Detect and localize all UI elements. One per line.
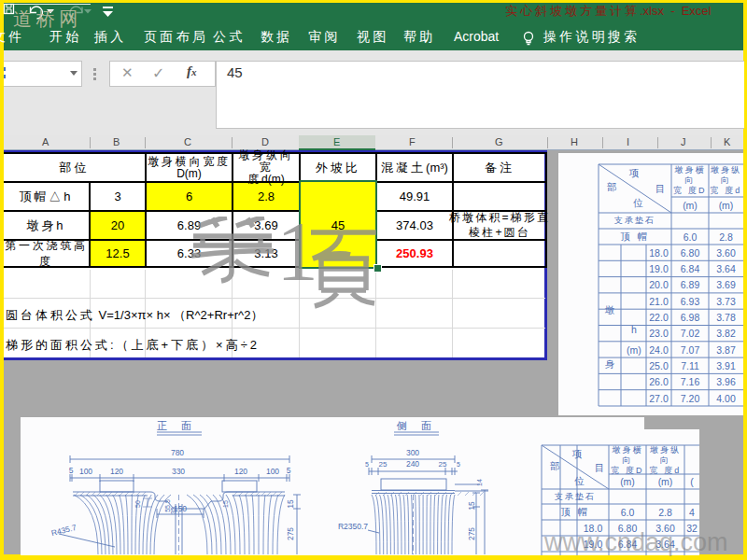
- svg-text:25: 25: [439, 460, 447, 469]
- svg-text:100: 100: [266, 467, 279, 476]
- svg-text:侧 面: 侧 面: [396, 420, 437, 431]
- svg-text:35: 35: [170, 507, 176, 514]
- svg-text:14: 14: [476, 479, 483, 486]
- svg-text:780: 780: [171, 448, 184, 457]
- svg-text:1: 1: [276, 217, 318, 298]
- svg-text:275: 275: [467, 527, 476, 540]
- svg-text:5: 5: [69, 466, 74, 475]
- svg-text:15: 15: [222, 500, 229, 508]
- svg-text:275: 275: [286, 527, 295, 540]
- svg-text:15: 15: [467, 501, 476, 511]
- svg-text:R435.7: R435.7: [50, 523, 78, 538]
- svg-text:正 面: 正 面: [157, 420, 197, 431]
- svg-text:240: 240: [406, 459, 419, 469]
- svg-text:120: 120: [110, 467, 123, 476]
- svg-text:R2350.7: R2350.7: [338, 522, 368, 531]
- svg-text:120: 120: [234, 467, 247, 476]
- svg-text:5: 5: [287, 466, 291, 475]
- svg-text:330: 330: [172, 467, 185, 476]
- svg-text:5: 5: [457, 461, 460, 468]
- svg-text:15: 15: [286, 499, 295, 509]
- svg-text:5: 5: [365, 461, 369, 468]
- svg-text:100: 100: [79, 467, 92, 476]
- svg-text:25: 25: [379, 460, 388, 469]
- svg-text:50: 50: [134, 500, 141, 508]
- svg-text:300: 300: [406, 448, 419, 457]
